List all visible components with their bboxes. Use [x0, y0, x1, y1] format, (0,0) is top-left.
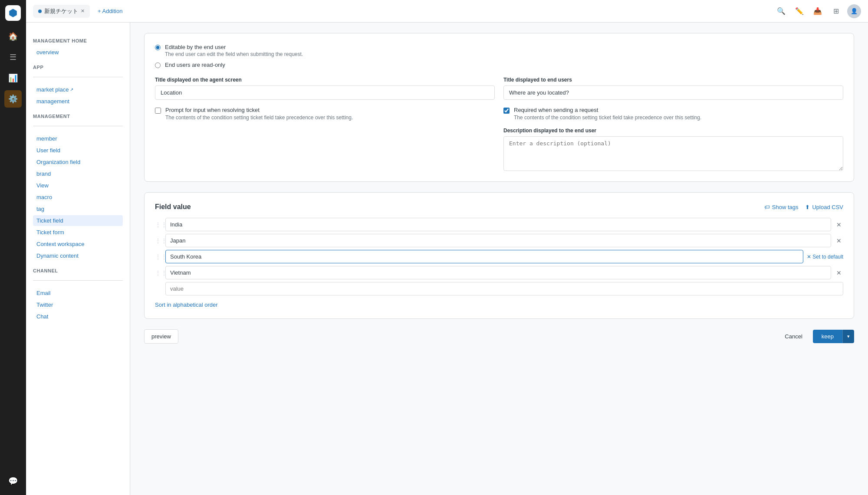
keep-button[interactable]: keep [813, 330, 842, 343]
value-input-2[interactable] [165, 234, 831, 247]
chat-icon[interactable]: 💬 [4, 472, 22, 490]
radio-editable-desc: The end user can edit the field when sub… [165, 51, 303, 57]
editable-section: Editable by the end user The end user ca… [144, 33, 854, 182]
settings-icon[interactable]: ⚙️ [4, 90, 22, 108]
sidebar-item-contextworkspace[interactable]: Context workspace [33, 239, 123, 249]
sidebar-item-macro[interactable]: macro [33, 192, 123, 203]
checkbox-row: Prompt for input when resolving ticket T… [155, 107, 843, 121]
radio-group-editable: Editable by the end user The end user ca… [155, 44, 843, 68]
search-button[interactable]: 🔍 [774, 4, 788, 18]
tab-main-close[interactable]: ✕ [81, 8, 85, 14]
tab-add[interactable]: + Addition [93, 5, 127, 17]
tickets-icon[interactable]: ☰ [4, 49, 22, 66]
sidebar-item-view[interactable]: View [33, 180, 123, 191]
compose-button[interactable]: ✏️ [792, 4, 806, 18]
sidebar-item-chat[interactable]: Chat [33, 311, 123, 322]
management-section-title: management [33, 114, 123, 119]
checkbox-prompt-label[interactable]: Prompt for input when resolving ticket [165, 107, 260, 113]
tab-dot [38, 10, 42, 13]
checkbox-required-input[interactable] [503, 108, 510, 114]
preview-button[interactable]: preview [144, 329, 178, 344]
remove-btn-2[interactable]: ✕ [835, 237, 843, 244]
checkbox-prompt-desc: The contents of the condition setting ti… [165, 115, 353, 121]
set-default-label: Set to default [812, 254, 843, 260]
upload-csv-link[interactable]: ⬆ Upload CSV [805, 204, 843, 210]
value-row-1: ⋮⋮ ✕ [155, 218, 843, 231]
set-default-link[interactable]: ✕ Set to default [807, 254, 843, 260]
topbar: 新規チケット ✕ + Addition 🔍 ✏️ 📥 ⊞ 👤 [26, 0, 868, 23]
enduser-title-input[interactable] [503, 85, 843, 100]
field-value-header: Field value 🏷 Show tags ⬆ Upload CSV [155, 203, 843, 211]
home-icon[interactable]: 🏠 [4, 28, 22, 45]
sidebar-item-ticketform[interactable]: Ticket form [33, 227, 123, 238]
drag-handle-3[interactable]: ⋮⋮ [155, 253, 162, 260]
radio-item-readonly: End users are read-only [155, 62, 843, 68]
sort-alphabetical-link[interactable]: Sort in alphabetical order [155, 302, 218, 308]
checkbox-prompt-input[interactable] [155, 108, 161, 114]
sidebar-item-userfield[interactable]: User field [33, 145, 123, 156]
value-row-3: ⋮⋮ ✕ Set to default [155, 250, 843, 263]
reports-icon[interactable]: 📊 [4, 69, 22, 87]
tab-main[interactable]: 新規チケット ✕ [33, 5, 90, 18]
app-section-title: App [33, 65, 123, 70]
agent-title-input[interactable] [155, 85, 495, 100]
remove-btn-4[interactable]: ✕ [835, 269, 843, 276]
keep-button-group: keep ▾ [813, 330, 854, 343]
sidebar-item-tag[interactable]: tag [33, 203, 123, 214]
sidebar-item-twitter[interactable]: Twitter [33, 299, 123, 310]
sidebar-item-management[interactable]: management [33, 96, 123, 107]
field-group-description: Description displayed to the end user [503, 128, 843, 171]
sidebar-item-email[interactable]: Email [33, 288, 123, 298]
sidebar-item-marketplace[interactable]: market place ↗ [33, 84, 77, 95]
show-tags-link[interactable]: 🏷 Show tags [764, 204, 799, 210]
radio-readonly-input[interactable] [155, 62, 161, 68]
footer-right: Cancel keep ▾ [778, 330, 854, 343]
radio-editable-label[interactable]: Editable by the end user [165, 44, 226, 50]
tab-main-label: 新規チケット [44, 7, 78, 15]
icon-rail: 🏠 ☰ 📊 ⚙️ 💬 [0, 0, 26, 495]
drag-handle-4[interactable]: ⋮⋮ [155, 269, 162, 276]
checkbox-required-desc: The contents of the condition setting ti… [514, 115, 701, 121]
inbox-button[interactable]: 📥 [811, 4, 825, 18]
topbar-right: 🔍 ✏️ 📥 ⊞ 👤 [774, 4, 861, 18]
field-group-agent-title: Title displayed on the agent screen [155, 77, 495, 100]
keep-dropdown-button[interactable]: ▾ [842, 330, 854, 343]
set-default-icon: ✕ [807, 254, 811, 260]
cancel-button[interactable]: Cancel [778, 330, 809, 343]
description-textarea[interactable] [503, 136, 843, 171]
sidebar-item-member[interactable]: member [33, 133, 123, 144]
main-panel: Editable by the end user The end user ca… [130, 23, 868, 495]
sidebar-item-ticketfield[interactable]: Ticket field [33, 215, 123, 226]
app-logo[interactable] [5, 5, 21, 21]
field-value-title: Field value [155, 203, 191, 211]
value-row-2: ⋮⋮ ✕ [155, 234, 843, 247]
sidebar-item-dynamiccontent[interactable]: Dynamic content [33, 250, 123, 261]
value-input-3[interactable] [165, 250, 803, 263]
form-footer: preview Cancel keep ▾ [144, 329, 854, 344]
sidebar-item-overview[interactable]: overview [33, 47, 123, 58]
field-row-titles: Title displayed on the agent screen Titl… [155, 77, 843, 100]
remove-btn-1[interactable]: ✕ [835, 221, 843, 228]
content-area: Management home overview App market plac… [26, 23, 868, 495]
field-row-description: Description displayed to the end user [155, 128, 843, 171]
upload-icon: ⬆ [805, 204, 810, 210]
tag-icon: 🏷 [764, 204, 770, 210]
description-label: Description displayed to the end user [503, 128, 843, 134]
grid-button[interactable]: ⊞ [829, 4, 843, 18]
sidebar: Management home overview App market plac… [26, 23, 130, 495]
radio-item-editable: Editable by the end user The end user ca… [155, 44, 843, 57]
sidebar-item-orgfield[interactable]: Organization field [33, 157, 123, 167]
drag-handle-2[interactable]: ⋮⋮ [155, 237, 162, 244]
drag-handle-1[interactable]: ⋮⋮ [155, 221, 162, 228]
user-avatar[interactable]: 👤 [847, 4, 861, 18]
value-input-4[interactable] [165, 266, 831, 279]
checkbox-required-label[interactable]: Required when sending a request [514, 107, 598, 113]
value-input-new[interactable] [165, 282, 843, 295]
radio-editable-input[interactable] [155, 45, 161, 50]
header-actions: 🏷 Show tags ⬆ Upload CSV [764, 204, 843, 210]
value-input-1[interactable] [165, 218, 831, 231]
sidebar-item-brand[interactable]: brand [33, 168, 123, 179]
management-home-title: Management home [33, 38, 123, 43]
radio-readonly-label[interactable]: End users are read-only [165, 62, 225, 68]
checkbox-item-prompt: Prompt for input when resolving ticket T… [155, 107, 495, 121]
